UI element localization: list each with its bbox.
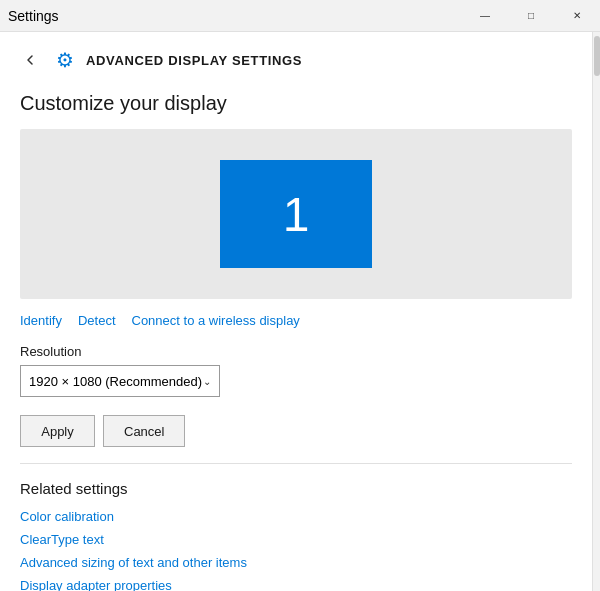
maximize-button[interactable]: □ [508,0,554,32]
section-title: Customize your display [0,88,592,129]
page-header: ⚙ ADVANCED DISPLAY SETTINGS [0,32,592,88]
minimize-button[interactable]: — [462,0,508,32]
page-title: ADVANCED DISPLAY SETTINGS [86,53,302,68]
cancel-button[interactable]: Cancel [103,415,185,447]
monitor-number: 1 [283,187,310,242]
resolution-section: Resolution 1920 × 1080 (Recommended) ⌄ [0,338,592,411]
scrollbar[interactable] [592,32,600,591]
chevron-down-icon: ⌄ [203,376,211,387]
related-settings-link[interactable]: Advanced sizing of text and other items [20,555,572,570]
monitor-box: 1 [220,160,372,268]
related-settings-link[interactable]: Display adapter properties [20,578,572,591]
identify-link[interactable]: Identify [20,313,62,328]
action-buttons: Apply Cancel [0,411,592,463]
detect-link[interactable]: Detect [78,313,116,328]
resolution-select[interactable]: 1920 × 1080 (Recommended) ⌄ [20,365,220,397]
display-links: Identify Detect Connect to a wireless di… [0,299,592,338]
titlebar-controls: — □ ✕ [462,0,600,32]
related-settings-link[interactable]: Color calibration [20,509,572,524]
related-settings: Related settings Color calibrationClearT… [0,480,592,591]
scrollbar-thumb[interactable] [594,36,600,76]
back-button[interactable] [16,46,44,74]
apply-button[interactable]: Apply [20,415,95,447]
section-divider [20,463,572,464]
wireless-link[interactable]: Connect to a wireless display [132,313,300,328]
resolution-value: 1920 × 1080 (Recommended) [29,374,203,389]
display-preview: 1 [20,129,572,299]
related-settings-title: Related settings [20,480,572,497]
related-settings-link[interactable]: ClearType text [20,532,572,547]
titlebar-title: Settings [8,8,59,24]
close-button[interactable]: ✕ [554,0,600,32]
content-area: ⚙ ADVANCED DISPLAY SETTINGS Customize yo… [0,32,600,591]
resolution-label: Resolution [20,344,572,359]
titlebar-left: Settings [8,8,59,24]
titlebar: Settings — □ ✕ [0,0,600,32]
gear-icon: ⚙ [56,48,74,72]
main-panel: ⚙ ADVANCED DISPLAY SETTINGS Customize yo… [0,32,592,591]
